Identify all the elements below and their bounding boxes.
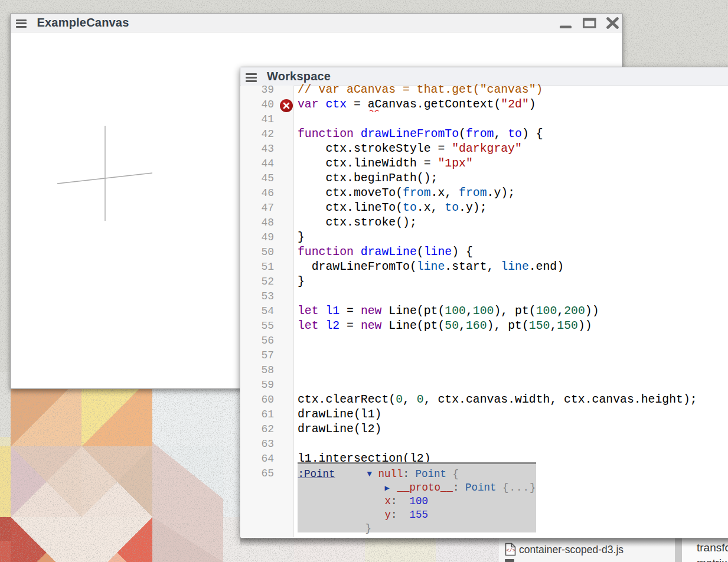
svg-text:</>: </>: [506, 548, 515, 554]
